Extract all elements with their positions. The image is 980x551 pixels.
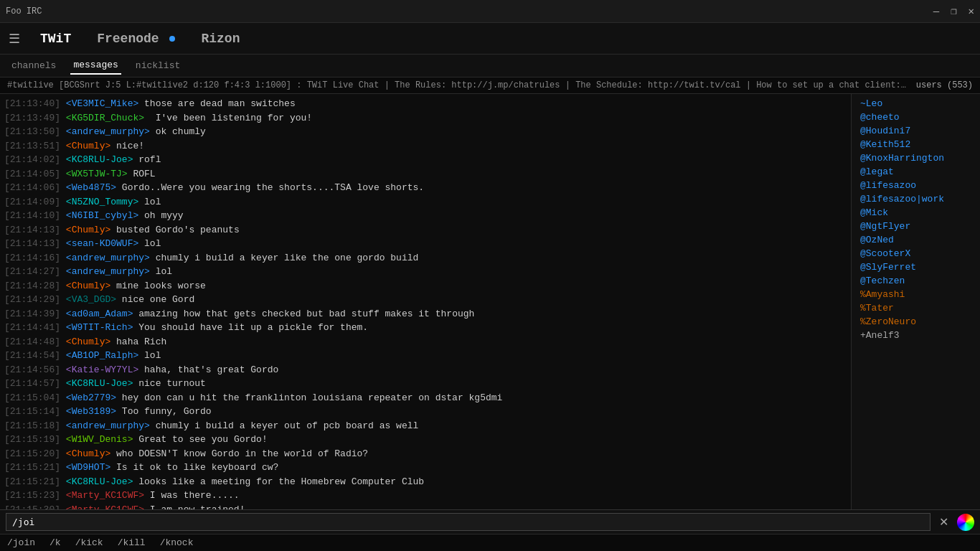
chat-line: [21:13:40] <VE3MIC_Mike> those are dead … bbox=[4, 97, 847, 111]
chat-area[interactable]: [21:13:40] <VE3MIC_Mike> those are dead … bbox=[0, 94, 851, 509]
chat-nick[interactable]: <VA3_DGD> bbox=[66, 294, 116, 305]
chat-nick[interactable]: <KC8RLU-Joe> bbox=[66, 154, 133, 165]
chat-nick[interactable]: <Katie-WY7YL> bbox=[66, 364, 138, 375]
chat-nick[interactable]: <Chumly> bbox=[66, 448, 110, 459]
chat-nick[interactable]: <Chumly> bbox=[66, 336, 110, 347]
chat-nick[interactable]: <W1WV_Denis> bbox=[66, 434, 133, 445]
chat-line: [21:15:19] <W1WV_Denis> Great to see you… bbox=[4, 433, 847, 447]
user-item[interactable]: @Houdini7 bbox=[852, 124, 980, 138]
chat-message: rofl bbox=[133, 154, 161, 165]
user-item[interactable]: @NgtFlyer bbox=[852, 220, 980, 233]
chat-time: [21:14:29] bbox=[4, 294, 60, 305]
user-item[interactable]: @KnoxHarrington bbox=[852, 151, 980, 165]
menu-icon[interactable]: ☰ bbox=[9, 31, 20, 47]
autocomplete-command[interactable]: /join bbox=[7, 537, 35, 548]
chat-nick[interactable]: <Web4875> bbox=[66, 182, 116, 193]
chat-nick[interactable]: <N5ZNO_Tommy> bbox=[66, 197, 138, 207]
chat-message: I was there..... bbox=[144, 490, 240, 501]
user-item[interactable]: @Techzen bbox=[852, 274, 980, 288]
chat-line: [21:14:16] <andrew_murphy> chumly i buil… bbox=[4, 251, 847, 265]
chat-nick[interactable]: <ad0am_Adam> bbox=[66, 309, 133, 319]
chat-time: [21:15:21] bbox=[4, 462, 60, 473]
user-item[interactable]: %ZeroNeuro bbox=[852, 315, 980, 329]
chat-nick[interactable]: <W9TIT-Rich> bbox=[66, 322, 133, 333]
user-item[interactable]: @lifesazoo bbox=[852, 179, 980, 192]
chat-time: [21:13:51] bbox=[4, 141, 60, 151]
chat-message: I've been listening for you! bbox=[144, 113, 312, 123]
tab-messages[interactable]: messages bbox=[70, 57, 121, 75]
tab-channels[interactable]: channels bbox=[9, 57, 59, 74]
chat-nick[interactable]: <N6IBI_cybyl> bbox=[66, 210, 138, 221]
user-item[interactable]: @legat bbox=[852, 165, 980, 179]
close-button[interactable]: ✕ bbox=[969, 5, 974, 17]
chat-message: oh myyy bbox=[138, 210, 183, 221]
chat-message: ok chumly bbox=[150, 126, 206, 137]
chat-nick[interactable]: <andrew_murphy> bbox=[66, 420, 150, 431]
user-item[interactable]: ~Leo bbox=[852, 97, 980, 110]
chat-time: [21:14:05] bbox=[4, 169, 60, 179]
autocomplete-command[interactable]: /kick bbox=[75, 537, 103, 548]
chat-message: hey don can u hit the franklinton louisi… bbox=[116, 392, 502, 403]
autocomplete-command[interactable]: /knock bbox=[160, 537, 194, 548]
user-item[interactable]: %Tater bbox=[852, 301, 980, 315]
chat-line: [21:13:51] <Chumly> nice! bbox=[4, 139, 847, 154]
minimize-button[interactable]: — bbox=[933, 6, 939, 17]
topic-text: #twitlive [BCGSnrt J:5 L:#twitlive2 d:12… bbox=[7, 80, 910, 90]
titlebar: Foo IRC — ❐ ✕ bbox=[0, 0, 980, 23]
network-tab-freenode[interactable]: Freenode bbox=[91, 29, 181, 49]
chat-time: [21:14:54] bbox=[4, 350, 60, 361]
user-item[interactable]: %Amyashi bbox=[852, 288, 980, 301]
network-tab-twit[interactable]: TWiT bbox=[34, 29, 77, 49]
user-item[interactable]: +Anelf3 bbox=[852, 329, 980, 342]
tab-nicklist[interactable]: nicklist bbox=[133, 57, 183, 74]
autocomplete-command[interactable]: /kill bbox=[118, 537, 146, 548]
chat-nick[interactable]: <Marty_KC1CWF> bbox=[66, 490, 144, 501]
user-item[interactable]: @ScooterX bbox=[852, 247, 980, 260]
chat-nick[interactable]: <Chumly> bbox=[66, 141, 110, 151]
autocomplete-bar: /join/k/kick/kill/knock bbox=[0, 534, 980, 551]
chat-nick[interactable]: <KC8RLU-Joe> bbox=[66, 476, 133, 487]
chat-nick[interactable]: <andrew_murphy> bbox=[66, 253, 150, 263]
chat-input[interactable] bbox=[6, 513, 930, 531]
chat-nick[interactable]: <andrew_murphy> bbox=[66, 126, 150, 137]
chat-nick[interactable]: <WX5TJW-TJ> bbox=[66, 169, 128, 179]
chat-time: [21:14:06] bbox=[4, 182, 60, 193]
chat-line: [21:13:50] <andrew_murphy> ok chumly bbox=[4, 125, 847, 139]
chat-nick[interactable]: <andrew_murphy> bbox=[66, 266, 150, 277]
chat-time: [21:15:19] bbox=[4, 434, 60, 445]
chat-nick[interactable]: <KC8RLU-Joe> bbox=[66, 378, 133, 389]
chat-nick[interactable]: <AB1OP_Ralph> bbox=[66, 350, 138, 361]
chat-line: [21:14:10] <N6IBI_cybyl> oh myyy bbox=[4, 209, 847, 223]
network-tab-rizon[interactable]: Rizon bbox=[195, 29, 245, 49]
chat-nick[interactable]: <Web3189> bbox=[66, 406, 116, 417]
chat-message: Gordo..Were you wearing the shorts....TS… bbox=[116, 182, 424, 193]
user-item[interactable]: @cheeto bbox=[852, 110, 980, 124]
user-item[interactable]: @OzNed bbox=[852, 233, 980, 247]
chat-message: Is it ok to like keyboard cw? bbox=[110, 462, 278, 473]
user-item[interactable]: @SlyFerret bbox=[852, 260, 980, 274]
chat-time: [21:14:41] bbox=[4, 322, 60, 333]
chat-nick[interactable]: <Marty_KC1CWF> bbox=[66, 504, 144, 510]
chat-line: [21:14:13] <Chumly> busted Gordo's peanu… bbox=[4, 223, 847, 237]
chat-nick[interactable]: <VE3MIC_Mike> bbox=[66, 98, 138, 109]
chat-line: [21:14:39] <ad0am_Adam> amazing how that… bbox=[4, 307, 847, 321]
user-item[interactable]: @Mick bbox=[852, 206, 980, 220]
color-wheel-button[interactable] bbox=[957, 514, 974, 531]
chat-nick[interactable]: <WD9HOT> bbox=[66, 462, 110, 473]
chat-message: haha Rich bbox=[110, 336, 166, 347]
chat-nick[interactable]: <sean-KD0WUF> bbox=[66, 238, 138, 249]
titlebar-controls: — ❐ ✕ bbox=[933, 5, 974, 17]
autocomplete-command[interactable]: /k bbox=[50, 537, 61, 548]
chat-message: haha, that's great Gordo bbox=[138, 364, 278, 375]
chat-nick[interactable]: <Chumly> bbox=[66, 281, 110, 291]
input-bar: ✕ bbox=[0, 509, 980, 534]
chat-time: [21:15:14] bbox=[4, 406, 60, 417]
clear-input-button[interactable]: ✕ bbox=[935, 514, 953, 530]
maximize-button[interactable]: ❐ bbox=[951, 5, 956, 17]
chat-nick[interactable]: <Web2779> bbox=[66, 392, 116, 403]
chat-nick[interactable]: <KG5DIR_Chuck> bbox=[66, 113, 144, 123]
user-item[interactable]: @Keith512 bbox=[852, 138, 980, 151]
user-item[interactable]: @lifesazoo|work bbox=[852, 192, 980, 206]
chat-time: [21:14:28] bbox=[4, 281, 60, 291]
chat-nick[interactable]: <Chumly> bbox=[66, 225, 110, 235]
